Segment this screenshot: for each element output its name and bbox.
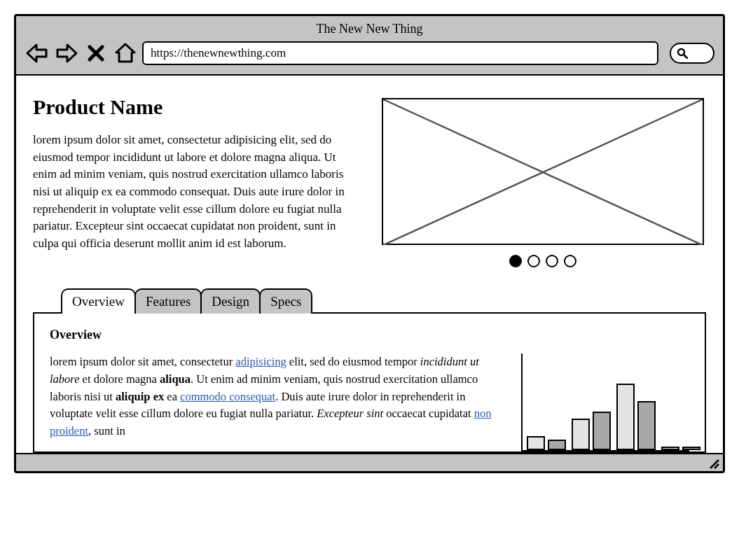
text-span: et dolore magna: [79, 372, 160, 386]
browser-toolbar: https://thenewnewthing.com: [25, 41, 714, 66]
carousel-dot-1[interactable]: [509, 255, 522, 267]
hero-image-column: [380, 95, 707, 267]
bar: [572, 419, 590, 450]
search-button[interactable]: [670, 43, 714, 64]
panel-heading: Overview: [50, 328, 689, 342]
text-bold: aliqua: [160, 372, 191, 386]
bar: [661, 447, 679, 450]
bar: [593, 412, 611, 450]
status-bar: [16, 453, 723, 471]
bar-group-4: [661, 447, 700, 450]
product-description: lorem ipsum dolor sit amet, consectetur …: [33, 132, 359, 252]
bar: [616, 384, 635, 450]
link-adipisicing[interactable]: adipisicing: [235, 355, 286, 368]
panel-content: lorem ipsum dolor sit amet, consectetur …: [50, 354, 689, 451]
window-title: The New New Thing: [25, 22, 714, 36]
hero-text-column: Product Name lorem ipsum dolor sit amet,…: [33, 95, 359, 267]
stop-button[interactable]: [83, 41, 109, 66]
tab-specs[interactable]: Specs: [259, 288, 312, 314]
bar: [637, 401, 656, 450]
tab-design[interactable]: Design: [200, 288, 261, 314]
forward-button[interactable]: [54, 41, 79, 66]
close-icon: [87, 44, 105, 62]
browser-window: The New New Thing: [14, 14, 725, 473]
bar-chart: [521, 354, 689, 451]
tab-panel: Overview lorem ipsum dolor sit amet, con…: [33, 312, 706, 453]
bar: [527, 436, 545, 450]
link-commodo[interactable]: commodo consequat: [180, 390, 275, 403]
text-span: lorem ipsum dolor sit amet, consectetur: [50, 355, 235, 368]
carousel-dots: [509, 255, 576, 267]
bar: [682, 447, 700, 450]
home-icon: [114, 42, 137, 64]
overview-text: lorem ipsum dolor sit amet, consectetur …: [50, 354, 504, 451]
tabs-container: Overview Features Design Specs Overview …: [33, 288, 706, 453]
bar: [548, 440, 566, 450]
text-span: elit, sed do eiusmod tempor: [286, 355, 420, 368]
arrow-right-icon: [55, 43, 78, 64]
hero-section: Product Name lorem ipsum dolor sit amet,…: [33, 95, 706, 267]
browser-chrome: The New New Thing: [16, 16, 723, 76]
carousel-dot-4[interactable]: [564, 255, 576, 267]
bar-group-3: [616, 384, 656, 450]
back-button[interactable]: [25, 41, 50, 66]
carousel-dot-3[interactable]: [546, 255, 558, 267]
url-input[interactable]: https://thenewnewthing.com: [142, 41, 658, 65]
text-span: ea: [164, 390, 180, 403]
svg-line-5: [714, 464, 719, 468]
tab-row: Overview Features Design Specs: [33, 288, 706, 314]
home-button[interactable]: [113, 41, 138, 66]
page-content: Product Name lorem ipsum dolor sit amet,…: [16, 76, 723, 453]
resize-grip-icon[interactable]: [707, 457, 720, 470]
bar-group-2: [572, 412, 611, 450]
image-placeholder[interactable]: [382, 98, 704, 245]
carousel-dot-2[interactable]: [527, 255, 540, 267]
search-icon: [677, 48, 688, 59]
text-bold: aliquip ex: [116, 390, 164, 403]
tab-overview[interactable]: Overview: [61, 288, 136, 314]
text-italic: Excepteur sint: [317, 407, 383, 420]
placeholder-x-icon: [383, 99, 703, 245]
product-title: Product Name: [33, 95, 359, 119]
arrow-left-icon: [25, 43, 49, 64]
tab-features[interactable]: Features: [134, 288, 202, 314]
text-span: , sunt in: [88, 424, 125, 438]
url-text: https://thenewnewthing.com: [151, 46, 286, 60]
bar-group-1: [527, 436, 566, 450]
svg-line-4: [710, 460, 719, 468]
text-span: occaecat cupidatat: [383, 407, 474, 420]
svg-line-1: [684, 55, 687, 58]
